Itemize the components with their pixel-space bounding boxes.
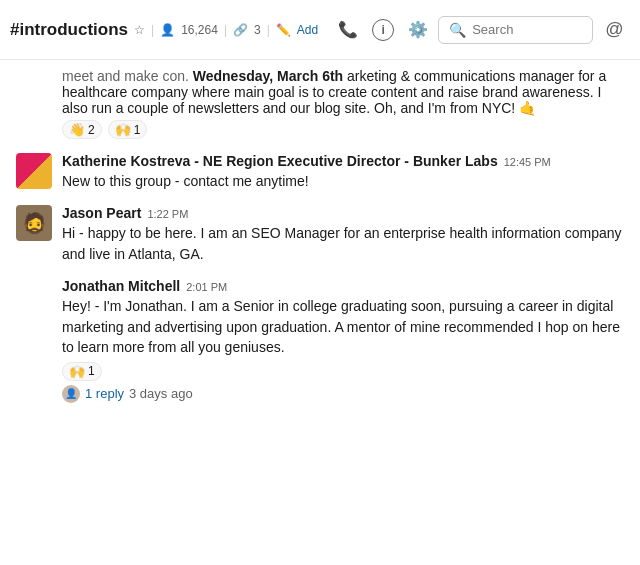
sender-name-katherine: Katherine Kostreva - NE Region Executive… bbox=[62, 153, 498, 169]
truncated-text-before: meet and make con. bbox=[62, 68, 193, 84]
reaction-count: 1 bbox=[134, 123, 141, 137]
reaction-emoji: 🙌 bbox=[115, 122, 131, 137]
connection-count: 3 bbox=[254, 23, 261, 37]
search-input[interactable] bbox=[472, 22, 582, 37]
info-icon[interactable]: i bbox=[372, 19, 394, 41]
connections-icon: 🔗 bbox=[233, 23, 248, 37]
reaction-wave[interactable]: 👋 2 bbox=[62, 120, 102, 139]
members-icon: 👤 bbox=[160, 23, 175, 37]
header-meta: ☆ | 👤 16,264 | 🔗 3 | ✏️ Add bbox=[134, 23, 318, 37]
search-bar[interactable]: 🔍 bbox=[438, 16, 593, 44]
add-label[interactable]: Add bbox=[297, 23, 318, 37]
search-icon: 🔍 bbox=[449, 22, 466, 38]
reaction-clap[interactable]: 🙌 1 bbox=[108, 120, 148, 139]
channel-header: #introductions ☆ | 👤 16,264 | 🔗 3 | ✏️ A… bbox=[0, 0, 640, 60]
header-right-icons: @ ☆ ⋮ bbox=[601, 15, 640, 45]
star-icon[interactable]: ☆ bbox=[134, 23, 145, 37]
reactions-jonathan: 🙌 1 bbox=[62, 362, 624, 381]
at-icon[interactable]: @ bbox=[601, 15, 627, 44]
date-inline: Wednesday, March 6th bbox=[193, 68, 343, 84]
message-text-jonathan: Hey! - I'm Jonathan. I am a Senior in co… bbox=[62, 296, 624, 357]
message-text-katherine: New to this group - contact me anytime! bbox=[62, 171, 624, 191]
reaction-emoji: 👋 bbox=[69, 122, 85, 137]
channel-title: #introductions bbox=[10, 20, 128, 40]
avatar-katherine bbox=[16, 153, 52, 189]
message-header-jason: Jason Peart 1:22 PM bbox=[62, 205, 624, 221]
message-jonathan: Jonathan Mitchell 2:01 PM Hey! - I'm Jon… bbox=[16, 278, 624, 402]
reaction-jonathan-clap[interactable]: 🙌 1 bbox=[62, 362, 102, 381]
reply-link-jonathan[interactable]: 👤 1 reply 3 days ago bbox=[62, 385, 624, 403]
bookmark-icon[interactable]: ☆ bbox=[635, 16, 640, 43]
reply-avatar-icon: 👤 bbox=[62, 385, 80, 403]
settings-icon[interactable]: ⚙️ bbox=[404, 16, 432, 43]
edit-icon: ✏️ bbox=[276, 23, 291, 37]
message-text-jason: Hi - happy to be here. I am an SEO Manag… bbox=[62, 223, 624, 264]
reply-count: 1 reply bbox=[85, 386, 124, 401]
reaction-emoji: 🙌 bbox=[69, 364, 85, 379]
message-katherine: Katherine Kostreva - NE Region Executive… bbox=[16, 153, 624, 191]
message-body-jason: Jason Peart 1:22 PM Hi - happy to be her… bbox=[62, 205, 624, 264]
phone-icon[interactable]: 📞 bbox=[334, 16, 362, 43]
reaction-count: 1 bbox=[88, 364, 95, 378]
message-header-jonathan: Jonathan Mitchell 2:01 PM bbox=[62, 278, 624, 294]
header-left-icons: 📞 i ⚙️ bbox=[334, 16, 432, 43]
truncated-message-body: meet and make con. Wednesday, March 6th … bbox=[62, 68, 624, 139]
timestamp-jonathan: 2:01 PM bbox=[186, 281, 227, 293]
sender-name-jason: Jason Peart bbox=[62, 205, 141, 221]
avatar-jason: 🧔 bbox=[16, 205, 52, 241]
message-header-katherine: Katherine Kostreva - NE Region Executive… bbox=[62, 153, 624, 169]
timestamp-jason: 1:22 PM bbox=[147, 208, 188, 220]
reaction-count: 2 bbox=[88, 123, 95, 137]
message-truncated: meet and make con. Wednesday, March 6th … bbox=[16, 68, 624, 139]
reply-days: 3 days ago bbox=[129, 386, 193, 401]
message-jason: 🧔 Jason Peart 1:22 PM Hi - happy to be h… bbox=[16, 205, 624, 264]
timestamp-katherine: 12:45 PM bbox=[504, 156, 551, 168]
message-body-jonathan: Jonathan Mitchell 2:01 PM Hey! - I'm Jon… bbox=[62, 278, 624, 402]
member-count: 16,264 bbox=[181, 23, 218, 37]
reactions-truncated: 👋 2 🙌 1 bbox=[62, 120, 624, 139]
sender-name-jonathan: Jonathan Mitchell bbox=[62, 278, 180, 294]
avatar-jonathan bbox=[16, 278, 52, 314]
message-body-katherine: Katherine Kostreva - NE Region Executive… bbox=[62, 153, 624, 191]
messages-area: meet and make con. Wednesday, March 6th … bbox=[0, 60, 640, 565]
